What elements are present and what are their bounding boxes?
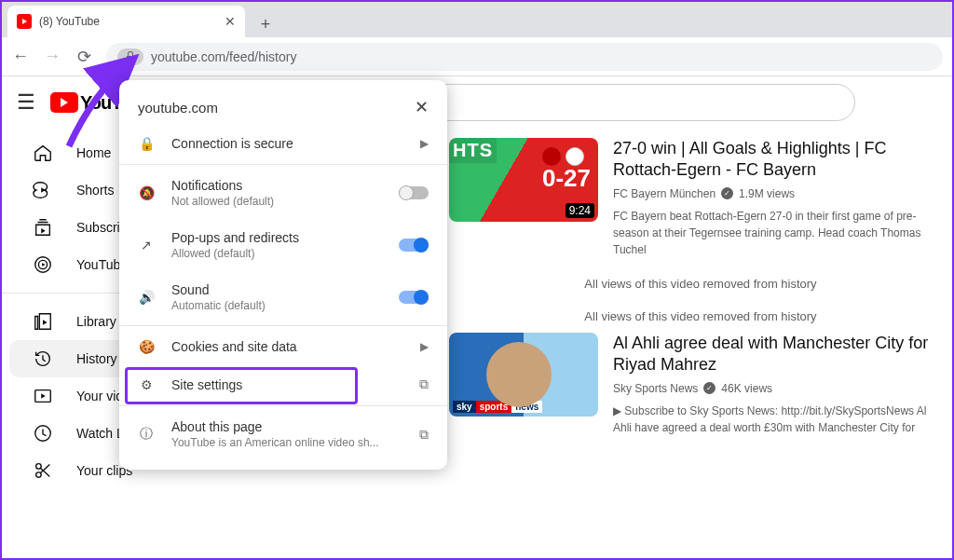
history-icon [32, 348, 54, 370]
cookies-row[interactable]: 🍪 Cookies and site data ▶ [119, 328, 447, 365]
cookie-icon: 🍪 [138, 339, 155, 354]
connection-row[interactable]: 🔒 Connection is secure ▶ [119, 125, 447, 162]
video-thumbnail[interactable]: HTS 0-27 9:24 [449, 138, 598, 222]
channel-name[interactable]: FC Bayern München [613, 187, 716, 200]
video-thumbnail[interactable]: skysportsnews [449, 333, 598, 417]
popups-row[interactable]: ↗ Pop-ups and redirectsAllowed (default) [119, 219, 447, 271]
notifications-row[interactable]: 🔕 NotificationsNot allowed (default) [119, 167, 447, 219]
watch-later-icon [32, 422, 54, 444]
sound-icon: 🔊 [138, 290, 155, 305]
forward-button: → [43, 47, 61, 66]
library-icon [32, 310, 54, 333]
url-text: youtube.com/feed/history [151, 49, 296, 64]
sound-row[interactable]: 🔊 SoundAutomatic (default) [119, 271, 447, 323]
home-icon [32, 142, 54, 164]
view-count: 46K views [721, 382, 772, 395]
video-row[interactable]: HTS 0-27 9:24 27-0 win | All Goals & Hig… [449, 138, 952, 258]
verified-icon: ✓ [703, 382, 716, 394]
removed-notice: All views of this video removed from his… [449, 300, 952, 333]
music-icon [32, 253, 54, 276]
popup-icon: ↗ [138, 238, 155, 253]
video-description: ▶ Subscribe to Sky Sports News: http://b… [613, 403, 934, 436]
guide-menu-button[interactable]: ☰ [17, 90, 35, 115]
tab-title: (8) YouTube [39, 15, 100, 28]
duration-badge: 9:24 [566, 203, 594, 218]
video-title[interactable]: 27-0 win | All Goals & Highlights | FC R… [613, 138, 934, 182]
your-videos-icon [32, 385, 54, 407]
info-icon: ⓘ [138, 426, 155, 443]
clips-icon [32, 459, 54, 482]
open-external-icon: ⧉ [419, 427, 429, 443]
site-settings-row[interactable]: ⚙ Site settings ⧉ [119, 365, 447, 403]
chrome-tab-strip: (8) YouTube ✕ + [2, 2, 952, 37]
video-description: FC Bayern beat Rottach-Egern 27-0 in the… [613, 208, 934, 258]
browser-tab[interactable]: (8) YouTube ✕ [7, 6, 245, 37]
verified-icon: ✓ [721, 187, 733, 199]
channel-name[interactable]: Sky Sports News [613, 382, 698, 395]
site-info-popup: youtube.com ✕ 🔒 Connection is secure ▶ 🔕… [119, 80, 447, 470]
gear-icon: ⚙ [138, 377, 155, 392]
reload-button[interactable]: ⟳ [75, 47, 93, 67]
popup-site-name: youtube.com [138, 100, 218, 116]
sound-toggle[interactable] [399, 291, 429, 304]
about-page-row[interactable]: ⓘ About this pageYouTube is an American … [119, 408, 447, 460]
close-icon[interactable]: ✕ [415, 97, 429, 117]
subscriptions-icon [32, 216, 54, 239]
notifications-toggle[interactable] [399, 186, 429, 199]
back-button[interactable]: ← [11, 47, 30, 66]
video-row[interactable]: skysportsnews Al Ahli agree deal with Ma… [449, 333, 952, 436]
lock-icon: 🔒 [138, 136, 155, 151]
chevron-right-icon: ▶ [420, 137, 429, 150]
new-tab-button[interactable]: + [252, 11, 279, 37]
close-tab-icon[interactable]: ✕ [225, 14, 236, 29]
address-bar[interactable]: youtube.com/feed/history [106, 43, 943, 71]
open-external-icon: ⧉ [419, 376, 429, 392]
bell-blocked-icon: 🔕 [138, 185, 155, 200]
removed-notice: All views of this video removed from his… [449, 267, 952, 300]
video-title[interactable]: Al Ahli agree deal with Manchester City … [613, 333, 934, 376]
site-info-button[interactable] [117, 48, 143, 65]
browser-toolbar: ← → ⟳ youtube.com/feed/history [2, 37, 952, 76]
popups-toggle[interactable] [399, 239, 429, 252]
shorts-icon [32, 179, 54, 201]
youtube-favicon [17, 14, 32, 29]
chevron-right-icon: ▶ [420, 340, 429, 353]
view-count: 1.9M views [739, 187, 795, 200]
